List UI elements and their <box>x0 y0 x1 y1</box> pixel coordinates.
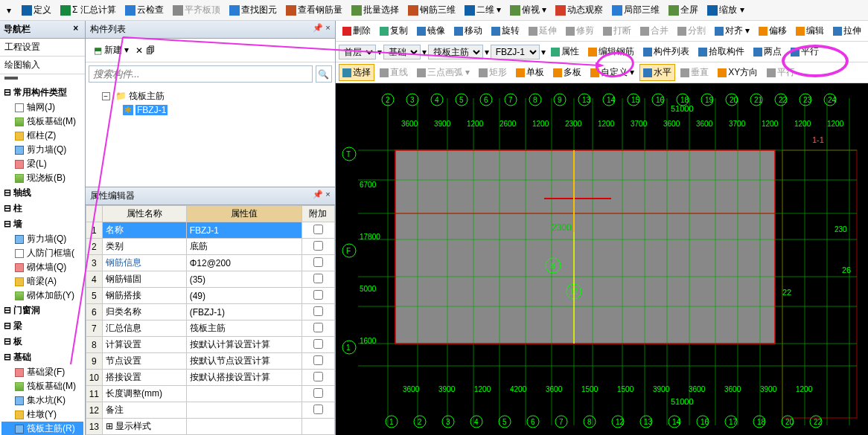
nav-close-icon[interactable]: × <box>71 23 81 33</box>
toolbar-button[interactable]: 俯视 ▾ <box>506 1 550 19</box>
toolbar-button[interactable]: 查找图元 <box>226 1 281 19</box>
nav-group[interactable]: ⊟ 梁 <box>1 318 83 334</box>
nav-item[interactable]: 现浇板(B) <box>1 171 83 185</box>
context-button[interactable]: 属性 <box>547 43 583 60</box>
extra-checkbox[interactable] <box>313 355 323 365</box>
edit-button[interactable]: 打断 <box>599 22 635 39</box>
context-select[interactable]: FBZJ-1 <box>491 45 540 59</box>
edit-button[interactable]: 对齐 ▾ <box>711 22 753 39</box>
extra-checkbox[interactable] <box>313 405 323 414</box>
nav-group[interactable]: ⊟ 常用构件类型 <box>1 85 83 100</box>
nav-item[interactable]: 剪力墙(Q) <box>1 232 83 246</box>
property-row[interactable]: 6归类名称(FBZJ-1) <box>86 304 334 320</box>
edit-button[interactable]: 编辑 <box>792 22 828 39</box>
nav-group[interactable]: ⊟ 轴线 <box>1 185 83 201</box>
property-row[interactable]: 2类别底筋 <box>86 239 334 255</box>
draw-button[interactable]: 直线 <box>376 64 412 81</box>
toolbar-button[interactable]: 缩放 ▾ <box>703 1 747 19</box>
nav-group[interactable]: ⊟ 基础 <box>1 349 83 365</box>
toolbar-button[interactable]: Σ 汇总计算 <box>57 1 120 19</box>
draw-button[interactable]: 单板 <box>512 64 548 81</box>
property-row[interactable]: 3钢筋信息Φ12@200 <box>86 255 334 271</box>
toolbar-button[interactable]: 批量选择 <box>348 1 403 19</box>
nav-item[interactable]: 筏板主筋(R) <box>1 422 83 435</box>
draw-button[interactable]: 矩形 <box>475 64 511 81</box>
nav-item[interactable]: 筏板基础(M) <box>1 115 83 129</box>
nav-item[interactable]: 框柱(Z) <box>1 129 83 143</box>
draw-button[interactable]: 自定义 ▾ <box>587 64 638 81</box>
extra-checkbox[interactable] <box>313 388 323 398</box>
draw-button[interactable]: 垂直 <box>677 64 712 81</box>
edit-button[interactable]: 旋转 <box>488 22 523 39</box>
nav-item[interactable]: 暗梁(A) <box>1 274 83 289</box>
tree-root[interactable]: − 📁 筏板主筋 <box>90 88 331 104</box>
collapse-icon[interactable]: − <box>102 92 110 100</box>
context-button[interactable]: 拾取构件 <box>695 43 748 60</box>
nav-item[interactable]: 砌体加筋(Y) <box>1 289 83 303</box>
nav-item[interactable]: 梁(L) <box>1 157 83 171</box>
context-select[interactable]: 筏板主筋 <box>428 45 483 59</box>
edit-button[interactable]: 修剪 <box>562 22 598 39</box>
extra-checkbox[interactable] <box>313 241 323 251</box>
toolbar-button[interactable]: 钢筋三维 <box>404 1 459 19</box>
nav-section-draw[interactable]: 绘图输入 <box>0 57 85 74</box>
nav-item[interactable]: 砌体墙(Q) <box>1 260 83 274</box>
pin-icon[interactable]: 📌 × <box>313 190 330 199</box>
draw-button[interactable]: 平行 <box>763 64 799 81</box>
extra-checkbox[interactable] <box>313 274 323 283</box>
context-button[interactable]: 构件列表 <box>639 43 693 60</box>
nav-item[interactable]: 基础梁(F) <box>1 365 83 379</box>
nav-section-settings[interactable]: 工程设置 <box>0 39 85 57</box>
search-input[interactable] <box>89 65 313 83</box>
edit-button[interactable]: 合并 <box>636 22 672 39</box>
context-button[interactable]: 两点 <box>750 43 785 60</box>
nav-group[interactable]: ⊟ 门窗洞 <box>1 303 83 318</box>
property-row[interactable]: 8计算设置按默认计算设置计算 <box>86 337 334 353</box>
toolbar-button[interactable]: 定义 <box>18 1 55 19</box>
nav-group[interactable]: ⊟ 柱 <box>1 201 83 216</box>
toolbar-button[interactable]: 查看钢筋量 <box>282 1 346 19</box>
nav-group[interactable]: ⊟ 墙 <box>1 216 83 232</box>
property-row[interactable]: 11长度调整(mm) <box>86 386 334 402</box>
extra-checkbox[interactable] <box>313 225 323 234</box>
edit-button[interactable]: 延伸 <box>525 22 561 39</box>
extra-checkbox[interactable] <box>313 323 323 332</box>
property-row[interactable]: 10搭接设置按默认搭接设置计算 <box>86 370 334 386</box>
context-button[interactable]: 平行 <box>787 43 823 60</box>
property-row[interactable]: 1名称FBZJ-1 <box>86 222 334 239</box>
property-row[interactable]: 4钢筋锚固(35) <box>86 271 334 288</box>
property-row[interactable]: 13⊞ 显示样式 <box>86 419 334 435</box>
toolbar-button[interactable]: 动态观察 <box>552 1 607 19</box>
pin-icon[interactable]: 📌 × <box>313 23 330 33</box>
extra-checkbox[interactable] <box>313 290 323 300</box>
edit-button[interactable]: 偏移 <box>755 22 791 39</box>
extra-checkbox[interactable] <box>313 339 323 349</box>
toolbar-button[interactable]: 局部三维 <box>608 1 663 19</box>
draw-button[interactable]: 三点画弧 ▾ <box>413 64 473 81</box>
edit-button[interactable]: 删除 <box>339 22 374 39</box>
drawing-canvas[interactable]: 2345678913141516181920212223245100036003… <box>336 83 868 435</box>
draw-button[interactable]: XY方向 <box>714 64 762 81</box>
nav-item[interactable]: 集水坑(K) <box>1 393 83 407</box>
new-button[interactable]: ⬒ 新建 ▾ <box>90 42 133 59</box>
draw-button[interactable]: 多板 <box>549 64 585 81</box>
draw-button[interactable]: 选择 <box>339 64 374 81</box>
edit-button[interactable]: 分割 <box>674 22 709 39</box>
nav-item[interactable]: 筏板基础(M) <box>1 379 83 393</box>
delete-icon[interactable]: ✕ <box>135 45 143 56</box>
property-row[interactable]: 7汇总信息筏板主筋 <box>86 320 334 337</box>
property-row[interactable]: 12备注 <box>86 402 334 419</box>
toolbar-button[interactable]: 云检查 <box>121 1 167 19</box>
edit-button[interactable]: 拉伸 <box>829 22 865 39</box>
extra-checkbox[interactable] <box>313 372 323 381</box>
context-select[interactable]: 基础 <box>383 45 421 59</box>
topbar-leading[interactable]: ▾ <box>3 3 15 18</box>
extra-checkbox[interactable] <box>313 306 323 316</box>
context-button[interactable]: 编辑钢筋 <box>584 43 638 60</box>
property-row[interactable]: 5钢筋搭接(49) <box>86 288 334 304</box>
nav-item[interactable]: 轴网(J) <box>1 100 83 115</box>
copy-icon[interactable]: 🗐 <box>146 45 155 56</box>
nav-item[interactable]: 人防门框墙( <box>1 246 83 260</box>
edit-button[interactable]: 镜像 <box>413 22 449 39</box>
toolbar-button[interactable]: 全屏 <box>665 1 702 19</box>
